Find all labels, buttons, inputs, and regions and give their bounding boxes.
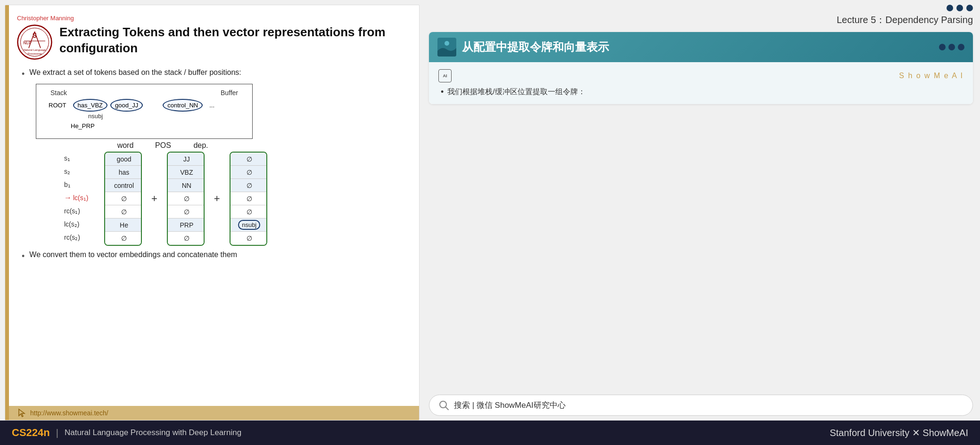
showmeai-label: S h o w M e A I [899, 72, 964, 80]
row-label-lcs2: lc(s₂) [64, 218, 97, 231]
word-cell-rcs1: ∅ [105, 205, 142, 218]
card-dot-1 [939, 44, 946, 50]
dep-cell-lcs2: nsubj [231, 218, 267, 232]
pos-cell-s2: VBZ [168, 166, 205, 179]
buffer-label: Buffer [221, 89, 238, 97]
word-cell-lcs1: ∅ [105, 192, 142, 205]
diagram-subrow: nsubj [88, 113, 247, 120]
pos-cell-s1: JJ [168, 153, 205, 166]
bottom-bar: CS224n | Natural Language Processing wit… [0, 421, 980, 445]
row-label-s1: s₁ [64, 152, 97, 165]
slide-footer: http://www.showmeai.tech/ [5, 406, 419, 420]
stanford-logo: S NLP Natural Language Processing [17, 24, 52, 60]
slide-left-bar [5, 5, 9, 420]
word-cell-rcs2: ∅ [105, 232, 142, 245]
dep-cell-b1: ∅ [231, 179, 267, 192]
pos-cell-b1: NN [168, 179, 205, 192]
dep-cell-rcs1: ∅ [231, 205, 267, 218]
right-panel: Lecture 5：Dependency Parsing 从配置中提取令牌和向量… [424, 0, 980, 421]
right-panel-header: Lecture 5：Dependency Parsing [429, 5, 973, 32]
nav-dot-3 [966, 5, 973, 11]
search-icon [439, 400, 449, 411]
translation-card: 从配置中提取令牌和向量表示 AI S h o w M e A I • 我们根据堆… [429, 32, 973, 104]
diagram-row-2: He_PRP [67, 121, 247, 131]
row-label-rcs2: rc(s₂) [64, 231, 97, 244]
slide-body: • We extract a set of tokens based on th… [17, 68, 410, 261]
nsubj-label: nsubj [88, 113, 103, 120]
svg-line-8 [35, 32, 41, 48]
search-text: 搜索 | 微信 ShowMeAI研究中心 [454, 400, 566, 411]
token-root: ROOT [45, 100, 70, 111]
token-has-vbz: has_VBZ [73, 99, 107, 112]
bottom-left: CS224n | Natural Language Processing wit… [12, 427, 241, 439]
dep-cells: ∅ ∅ ∅ ∅ ∅ nsubj ∅ [230, 152, 267, 246]
card-title-icon [437, 38, 456, 57]
bullet-item-2: • We convert them to vector embeddings a… [22, 251, 410, 261]
svg-text:Processing: Processing [28, 52, 42, 55]
pos-cell-rcs1: ∅ [168, 205, 205, 218]
slide-panel: Christopher Manning S NLP Natural Langua… [5, 5, 420, 421]
row-labels: s₁ s₂ b₁ → lc(s₁) rc(s₁) lc(s₂) rc(s₂) [64, 152, 97, 244]
card-title-text: 从配置中提取令牌和向量表示 [462, 40, 609, 55]
bullet-dot-2: • [22, 251, 25, 261]
word-cell-b1: control [105, 179, 142, 192]
slide-title: Extracting Tokens and then vector repres… [59, 24, 410, 57]
card-title-bar: 从配置中提取令牌和向量表示 [429, 32, 973, 62]
word-cells: good has control ∅ ∅ He ∅ [104, 152, 142, 246]
ai-icon-text: AI [443, 73, 447, 78]
col-headers: word POS dep. [107, 141, 410, 150]
stack-buffer-diagram: Stack Buffer ROOT has_VBZ good_JJ contro… [36, 84, 253, 139]
svg-point-10 [445, 41, 449, 46]
bullet-dot-1: • [22, 69, 25, 79]
nav-dot-1 [947, 5, 953, 11]
bullet-item-1: • We extract a set of tokens based on th… [22, 68, 410, 79]
pos-cell-rcs2: ∅ [168, 232, 205, 245]
svg-line-12 [446, 407, 449, 410]
bullet-text-2: We convert them to vector embeddings and… [29, 251, 237, 259]
stack-label: Stack [50, 89, 67, 97]
dep-cell-rcs2: ∅ [231, 232, 267, 245]
plus-1: + [151, 193, 157, 205]
dep-cell-lcs1: ∅ [231, 192, 267, 205]
card-dot-3 [958, 44, 964, 50]
footer-link: http://www.showmeai.tech/ [30, 409, 108, 417]
bullet-text-1: We extract a set of tokens based on the … [29, 68, 241, 77]
lecture-header: Lecture 5：Dependency Parsing [429, 14, 973, 26]
slide-header: S NLP Natural Language Processing Extrac… [17, 24, 410, 60]
feature-rows: s₁ s₂ b₁ → lc(s₁) rc(s₁) lc(s₂) rc(s₂) g… [64, 152, 410, 246]
row-label-rcs1: rc(s₁) [64, 204, 97, 218]
bottom-subtitle: Natural Language Processing with Deep Le… [65, 428, 241, 437]
token-ellipsis: ... [206, 100, 218, 111]
token-control-nn: control_NN [163, 99, 203, 112]
translation-text: 我们根据堆栈/缓冲区位置提取一组令牌： [447, 87, 585, 97]
pos-cell-lcs2: PRP [168, 218, 205, 232]
col-header-word: word [107, 141, 144, 150]
ai-icon-box: AI [438, 69, 452, 82]
dep-cell-s2: ∅ [231, 166, 267, 179]
diagram-row-1: ROOT has_VBZ good_JJ control_NN ... [45, 99, 247, 112]
slide-author: Christopher Manning [17, 15, 410, 22]
card-body: AI S h o w M e A I • 我们根据堆栈/缓冲区位置提取一组令牌： [429, 62, 973, 104]
course-label: CS224n [12, 427, 50, 439]
row-label-s2: s₂ [64, 165, 97, 178]
nav-dot-2 [956, 5, 963, 11]
trans-bullet-dot: • [441, 87, 444, 97]
svg-text:Natural Language: Natural Language [24, 49, 46, 51]
pos-cell-lcs1: ∅ [168, 192, 205, 205]
search-bar[interactable]: 搜索 | 微信 ShowMeAI研究中心 [429, 395, 973, 416]
card-dot-2 [948, 44, 955, 50]
row-label-b1: b₁ [64, 178, 97, 191]
row-label-lcs1: → lc(s₁) [64, 191, 97, 204]
diagram-container: Stack Buffer ROOT has_VBZ good_JJ contro… [36, 84, 410, 246]
card-dots [939, 44, 964, 50]
col-header-pos: POS [144, 141, 182, 150]
col-header-dep: dep. [182, 141, 220, 150]
feature-table-area: word POS dep. s₁ s₂ b₁ → lc(s₁) rc( [64, 141, 410, 246]
svg-line-7 [29, 32, 35, 48]
separator: | [56, 428, 58, 438]
showmeai-badge: AI S h o w M e A I [438, 69, 964, 82]
token-good-jj: good_JJ [110, 99, 143, 112]
translation-bullet: • 我们根据堆栈/缓冲区位置提取一组令牌： [438, 87, 964, 97]
plus-2: + [214, 193, 220, 205]
bottom-right: Stanford University ✕ ShowMeAI [830, 427, 968, 438]
